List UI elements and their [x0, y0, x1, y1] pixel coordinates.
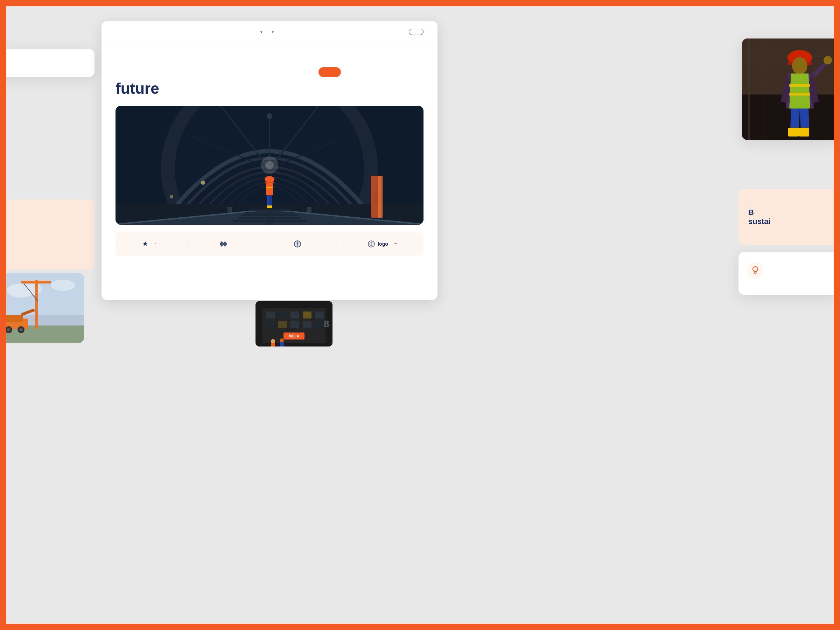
svg-point-67: [170, 195, 173, 199]
svg-rect-87: [315, 311, 324, 319]
left-pink-section: [0, 199, 95, 270]
construction-crane-illustration: [0, 273, 84, 343]
svg-point-14: [19, 328, 23, 332]
svg-text:MOLA: MOLA: [289, 334, 299, 338]
svg-rect-49: [233, 220, 306, 221]
logos-strip: * l: [115, 232, 423, 256]
svg-rect-65: [269, 205, 272, 208]
view-projects-button[interactable]: [319, 67, 341, 77]
svg-rect-84: [278, 311, 287, 319]
svg-rect-28: [788, 128, 799, 136]
svg-rect-61: [266, 187, 273, 188]
navbar: [101, 21, 437, 43]
svg-rect-27: [789, 93, 810, 96]
logo-item-2: [219, 241, 230, 247]
logo-word-logo: logo: [377, 241, 388, 247]
lightbulb-icon: [747, 262, 764, 279]
logo-icon-4: [368, 240, 375, 248]
main-content-card: future: [101, 21, 437, 300]
svg-point-98: [279, 338, 284, 343]
nav-link-services[interactable]: [261, 30, 262, 34]
nav-link-projects[interactable]: [272, 30, 274, 34]
right-pink-text: Bsustai: [748, 208, 771, 226]
right-worker-card: [742, 38, 840, 140]
lightbulb-svg: [750, 265, 760, 275]
svg-rect-48: [238, 217, 301, 219]
right-pink-section: Bsustai: [739, 189, 840, 245]
svg-point-58: [265, 176, 275, 182]
logo-divider-1: [188, 239, 188, 249]
svg-rect-63: [269, 195, 272, 206]
svg-rect-45: [248, 209, 291, 211]
svg-rect-89: [278, 321, 287, 328]
svg-rect-85: [291, 311, 299, 319]
about-right-image: MOLA 8: [256, 301, 333, 346]
svg-line-35: [757, 267, 758, 267]
hero-right: [319, 57, 423, 97]
logo-item-3: [294, 240, 304, 248]
svg-rect-26: [789, 84, 810, 87]
svg-rect-59: [265, 182, 275, 183]
right-bottom-inner: [739, 252, 840, 295]
svg-rect-90: [291, 321, 299, 328]
left-pink-text: [0, 199, 95, 244]
svg-point-30: [824, 56, 832, 65]
svg-point-4: [51, 279, 75, 291]
svg-rect-91: [303, 321, 311, 328]
svg-rect-47: [242, 214, 297, 216]
svg-text:8: 8: [324, 319, 329, 329]
svg-rect-88: [266, 321, 275, 328]
svg-rect-46: [245, 212, 294, 213]
nav-item-services[interactable]: [261, 30, 262, 34]
svg-point-66: [201, 181, 205, 185]
hero-left: future: [115, 57, 308, 97]
logo-icon-3: [294, 240, 302, 248]
hero-title-future: future: [115, 80, 159, 97]
hero-section: future: [101, 43, 437, 97]
hero-title: future: [115, 62, 308, 97]
svg-rect-7: [21, 281, 51, 284]
svg-rect-97: [271, 343, 275, 346]
svg-point-69: [265, 161, 274, 169]
nav-item-projects[interactable]: [272, 30, 274, 34]
svg-rect-92: [315, 321, 324, 328]
right-innovative-card: [739, 252, 840, 295]
worker-image: [742, 38, 840, 140]
contact-us-button[interactable]: [409, 29, 423, 35]
svg-point-96: [271, 339, 275, 343]
svg-point-25: [792, 57, 807, 74]
logo-icon-1: [142, 240, 149, 248]
about-section: [101, 263, 437, 300]
left-work-process-card: [0, 49, 95, 77]
logo-icon-2: [219, 241, 227, 247]
svg-rect-10: [5, 315, 23, 322]
svg-rect-6: [35, 280, 38, 329]
svg-rect-99: [279, 342, 284, 346]
svg-rect-83: [266, 311, 275, 319]
tunnel-illustration: [115, 106, 423, 225]
svg-point-31: [753, 267, 758, 272]
svg-rect-57: [378, 176, 383, 218]
construction-image: [0, 273, 84, 343]
tunnel-image-container: [115, 106, 423, 225]
svg-rect-86: [303, 311, 311, 319]
logo-divider-2: [262, 239, 262, 249]
logo-item-1: *: [142, 240, 156, 248]
svg-rect-60: [266, 183, 273, 195]
svg-rect-29: [799, 128, 809, 136]
svg-point-70: [144, 243, 146, 245]
svg-point-13: [7, 328, 11, 332]
nav-links: [241, 30, 284, 34]
logo-divider-3: [336, 239, 336, 249]
worker-illustration: [742, 38, 840, 140]
about-title: [115, 278, 423, 293]
svg-line-34: [753, 267, 753, 267]
logo-item-4: logo ™: [368, 240, 397, 248]
svg-marker-71: [219, 241, 227, 247]
about-right-illustration: MOLA 8: [256, 301, 333, 346]
